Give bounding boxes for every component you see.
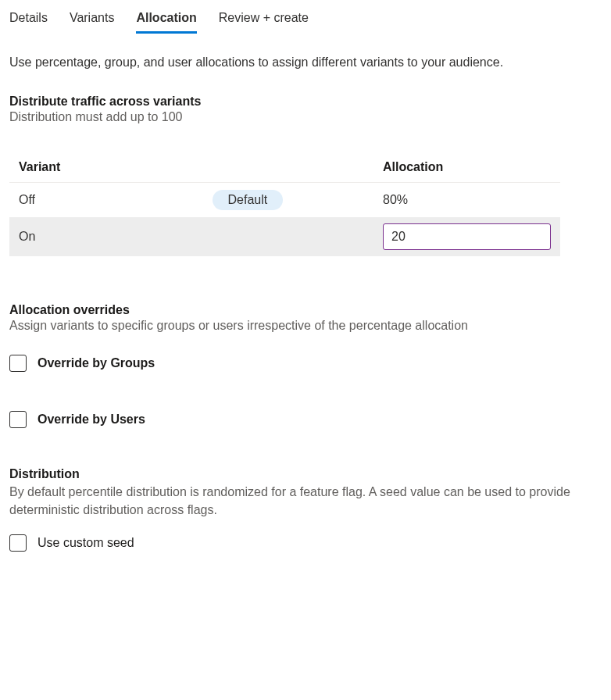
tab-review-create[interactable]: Review + create bbox=[219, 6, 309, 34]
distribute-title: Distribute traffic across variants bbox=[9, 95, 602, 109]
variant-default-cell: Default bbox=[203, 183, 374, 217]
table-row[interactable]: On bbox=[9, 217, 560, 256]
tab-bar: Details Variants Allocation Review + cre… bbox=[9, 6, 602, 34]
overrides-subtitle: Assign variants to specific groups or us… bbox=[9, 319, 556, 333]
use-seed-label: Use custom seed bbox=[38, 536, 134, 550]
intro-text: Use percentage, group, and user allocati… bbox=[9, 55, 602, 70]
default-badge: Default bbox=[213, 190, 284, 210]
variant-name-cell: Off bbox=[9, 183, 203, 217]
variant-default-cell bbox=[203, 217, 374, 256]
column-header-allocation: Allocation bbox=[373, 152, 560, 183]
tab-variants[interactable]: Variants bbox=[70, 6, 115, 34]
distribution-section: Distribution By default percentile distr… bbox=[9, 467, 602, 552]
override-groups-row: Override by Groups bbox=[9, 355, 602, 372]
distribution-subtitle: By default percentile distribution is ra… bbox=[9, 483, 572, 519]
column-header-variant: Variant bbox=[9, 152, 203, 183]
variant-allocation-table: Variant Allocation Off Default 80% On bbox=[9, 152, 560, 256]
override-users-row: Override by Users bbox=[9, 411, 602, 428]
use-seed-checkbox[interactable] bbox=[9, 534, 27, 552]
distribute-section: Distribute traffic across variants Distr… bbox=[9, 95, 602, 256]
overrides-section: Allocation overrides Assign variants to … bbox=[9, 303, 602, 428]
override-users-checkbox[interactable] bbox=[9, 411, 27, 428]
distribution-title: Distribution bbox=[9, 467, 602, 481]
variant-allocation-cell: 80% bbox=[373, 183, 560, 217]
allocation-input[interactable] bbox=[383, 223, 551, 250]
tab-details[interactable]: Details bbox=[9, 6, 48, 34]
table-row[interactable]: Off Default 80% bbox=[9, 183, 560, 217]
override-groups-checkbox[interactable] bbox=[9, 355, 27, 372]
variant-name-cell: On bbox=[9, 217, 203, 256]
use-seed-row: Use custom seed bbox=[9, 534, 602, 552]
distribute-subtitle: Distribution must add up to 100 bbox=[9, 110, 602, 124]
variant-allocation-cell bbox=[373, 217, 560, 256]
column-header-default bbox=[203, 152, 374, 183]
tab-allocation[interactable]: Allocation bbox=[136, 6, 196, 34]
overrides-title: Allocation overrides bbox=[9, 303, 602, 317]
override-groups-label: Override by Groups bbox=[38, 356, 155, 370]
override-users-label: Override by Users bbox=[38, 412, 145, 427]
